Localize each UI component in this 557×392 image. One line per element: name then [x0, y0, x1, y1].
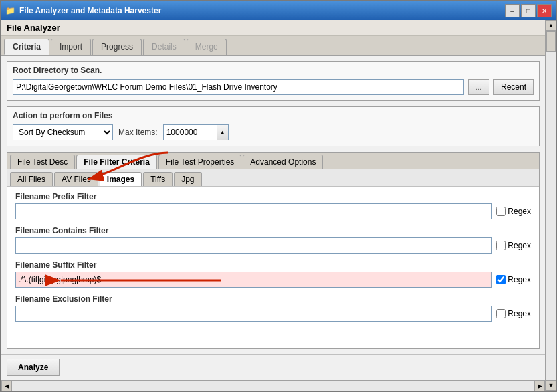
action-label: Action to perform on Files [13, 111, 534, 120]
subtab-jpg[interactable]: Jpg [174, 172, 201, 186]
max-items-input[interactable] [163, 124, 217, 140]
prefix-filter-row: Regex [15, 203, 531, 219]
tab-file-filter-criteria[interactable]: File Filter Criteria [76, 155, 157, 169]
minimize-button[interactable]: – [505, 4, 520, 17]
analyze-button[interactable]: Analyze [7, 359, 60, 376]
suffix-filter-group: Filename Suffix Filter Regex [15, 260, 531, 288]
spin-up-button[interactable]: ▲ [217, 124, 229, 140]
close-button[interactable]: ✕ [537, 4, 552, 17]
suffix-filter-label: Filename Suffix Filter [15, 260, 531, 270]
subtab-av-files[interactable]: AV Files [54, 172, 98, 186]
filter-content: Filename Prefix Filter Regex [7, 187, 539, 348]
scroll-down-button[interactable]: ▼ [546, 380, 556, 391]
app-header: File Analyzer [1, 20, 545, 36]
prefix-filter-input[interactable] [15, 203, 492, 219]
window-title: File Analyzer and Metadata Harvester [19, 6, 161, 15]
main-window: 📁 File Analyzer and Metadata Harvester –… [0, 0, 557, 392]
contains-filter-row: Regex [15, 237, 531, 254]
tab-file-test-properties[interactable]: File Test Properties [158, 155, 242, 169]
scroll-left-button[interactable]: ◀ [1, 381, 12, 391]
exclusion-filter-input[interactable] [15, 306, 492, 322]
tab-advanced-options[interactable]: Advanced Options [243, 155, 323, 169]
scroll-thumb[interactable] [546, 31, 556, 52]
criteria-panel: Root Directory to Scan. ... Recent Actio… [1, 56, 545, 354]
contains-filter-group: Filename Contains Filter Regex [15, 226, 531, 254]
suffix-regex-label: Regex [496, 275, 531, 284]
prefix-filter-group: Filename Prefix Filter Regex [15, 192, 531, 219]
main-tabs: Criteria Import Progress Details Merge [1, 36, 545, 56]
contains-regex-checkbox[interactable] [496, 241, 506, 250]
recent-button[interactable]: Recent [493, 79, 534, 95]
bottom-bar: Analyze [1, 354, 545, 380]
prefix-regex-checkbox[interactable] [496, 207, 506, 216]
main-content: File Analyzer Criteria Import Progress D… [1, 20, 545, 391]
prefix-regex-label: Regex [496, 207, 531, 216]
contains-filter-input[interactable] [15, 237, 492, 254]
max-items-spinner: ▲ [163, 124, 229, 140]
root-dir-input[interactable] [13, 79, 464, 95]
window-icon: 📁 [5, 6, 15, 15]
maximize-button[interactable]: □ [521, 4, 536, 17]
root-dir-row: ... Recent [13, 79, 534, 95]
title-buttons: – □ ✕ [505, 4, 552, 17]
main-layout: File Analyzer Criteria Import Progress D… [1, 20, 556, 391]
file-tabs-container: File Test Desc File Filter Criteria File… [7, 152, 540, 349]
horizontal-scrollbar: ◀ ▶ [1, 380, 545, 391]
subtab-tiffs[interactable]: Tiffs [143, 172, 173, 186]
tab-merge: Merge [187, 39, 227, 55]
suffix-filter-row: Regex [15, 272, 531, 288]
suffix-regex-checkbox[interactable] [496, 275, 506, 284]
horizontal-scroll-track[interactable] [12, 381, 534, 391]
contains-regex-label: Regex [496, 241, 531, 250]
vertical-scrollbar: ▲ ▼ [545, 20, 556, 391]
action-row: Sort By Checksum Max Items: ▲ [13, 124, 534, 140]
tab-progress[interactable]: Progress [92, 39, 142, 55]
prefix-filter-label: Filename Prefix Filter [15, 192, 531, 201]
subtab-images[interactable]: Images [100, 172, 142, 186]
exclusion-regex-label: Regex [496, 309, 531, 318]
sub-tabs: All Files AV Files Images Tiffs Jpg [7, 169, 539, 187]
tab-import[interactable]: Import [51, 39, 91, 55]
contains-filter-label: Filename Contains Filter [15, 226, 531, 235]
exclusion-filter-group: Filename Exclusion Filter Regex [15, 294, 531, 322]
tab-criteria[interactable]: Criteria [4, 39, 49, 55]
tab-file-test-desc[interactable]: File Test Desc [10, 155, 75, 169]
subtab-all-files[interactable]: All Files [10, 172, 53, 186]
browse-button[interactable]: ... [468, 79, 489, 95]
title-bar: 📁 File Analyzer and Metadata Harvester –… [1, 1, 556, 20]
scroll-right-button[interactable]: ▶ [534, 381, 545, 391]
action-group: Action to perform on Files Sort By Check… [7, 106, 540, 146]
suffix-filter-input[interactable] [15, 272, 492, 288]
file-filter-tabs: File Test Desc File Filter Criteria File… [7, 153, 539, 169]
scroll-up-button[interactable]: ▲ [546, 20, 556, 31]
root-dir-group: Root Directory to Scan. ... Recent [7, 61, 540, 101]
action-select[interactable]: Sort By Checksum [13, 124, 113, 140]
root-dir-label: Root Directory to Scan. [13, 66, 534, 75]
tab-details: Details [143, 39, 185, 55]
vertical-scroll-track[interactable] [546, 31, 556, 380]
max-items-label: Max Items: [118, 128, 158, 137]
exclusion-filter-row: Regex [15, 306, 531, 322]
exclusion-filter-label: Filename Exclusion Filter [15, 294, 531, 304]
exclusion-regex-checkbox[interactable] [496, 309, 506, 318]
